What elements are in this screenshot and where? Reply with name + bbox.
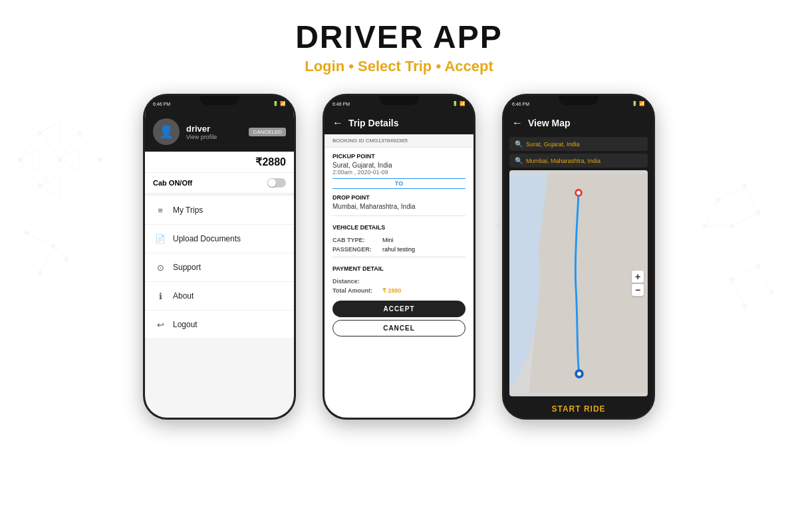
phone3-screen: ← View Map 🔍 Surat, Gujarat, India 🔍 Mum… — [504, 112, 653, 418]
total-key: Total Amount: — [332, 287, 382, 294]
canceled-badge: CANCELED — [249, 128, 286, 136]
passenger-row: PASSENGER: rahul testing — [325, 245, 473, 254]
zoom-controls: + − — [632, 271, 644, 296]
phone-trip-details: 6:46 PM 🔋 📶 ← Trip Details BOOKING ID CM… — [323, 94, 475, 420]
trip-content: BOOKING ID CMG1378492365 PICKUP POINT Su… — [325, 134, 473, 418]
divider-2 — [332, 257, 466, 257]
search-dest-text: Mumbai, Maharashtra, India — [526, 158, 600, 164]
search-bar-dest[interactable]: 🔍 Mumbai, Maharashtra, India — [509, 154, 648, 168]
status-time-1: 6:46 PM — [153, 102, 170, 106]
phone-view-map: 6:46 PM 🔋 📶 ← View Map 🔍 Surat, Gujarat,… — [502, 94, 655, 420]
document-icon: 📄 — [154, 233, 166, 245]
trip-header: ← Trip Details — [325, 112, 473, 134]
menu-label-about: About — [173, 291, 194, 301]
search-icon-dest: 🔍 — [515, 157, 523, 164]
trips-icon: ≡ — [154, 204, 166, 216]
cab-toggle-row: Cab ON/Off — [145, 173, 294, 194]
menu-label-my-trips: My Trips — [173, 205, 203, 215]
driver-info: driver View profile — [186, 124, 217, 140]
phone-notch — [200, 96, 239, 105]
balance-section: ₹2880 — [145, 152, 294, 173]
menu-label-upload-documents: Upload Documents — [173, 234, 241, 243]
vehicle-section: VEHICLE DETAILS — [325, 219, 473, 235]
menu-list: ≡ My Trips 📄 Upload Documents ⊙ Support … — [145, 196, 294, 339]
menu-item-logout[interactable]: ↩ Logout — [145, 311, 294, 339]
zoom-in-button[interactable]: + — [632, 271, 644, 283]
passenger-key: PASSENGER: — [332, 246, 382, 253]
map-svg — [509, 170, 648, 396]
back-button[interactable]: ← — [332, 117, 343, 129]
logout-icon: ↩ — [154, 319, 166, 331]
pickup-time: 2:00am , 2020-01-09 — [332, 169, 466, 176]
phone-notch-2 — [379, 96, 419, 105]
avatar: 👤 — [153, 118, 180, 145]
cab-type-key: CAB TYPE: — [332, 237, 382, 243]
divider-1 — [332, 215, 466, 216]
page-header: DRIVER APP Login • Select Trip • Accept — [0, 0, 798, 87]
phone-notch-3 — [559, 96, 598, 105]
map-area: + − — [509, 170, 648, 396]
drop-location: Mumbai, Maharashtra, India — [332, 203, 466, 210]
pickup-location: Surat, Gujarat, India — [332, 162, 466, 169]
trip-header-title: Trip Details — [348, 118, 398, 128]
drop-section: DROP POINT Mumbai, Maharashtra, India — [325, 189, 473, 213]
start-ride-bar: START RIDE — [504, 396, 653, 418]
distance-row: Distance: — [325, 277, 473, 286]
total-val: ₹ 2880 — [382, 287, 402, 294]
menu-item-upload-documents[interactable]: 📄 Upload Documents — [145, 225, 294, 253]
phone1-screen: 👤 driver View profile CANCELED ₹2880 Cab… — [145, 112, 294, 418]
pickup-label: PICKUP POINT — [332, 153, 466, 160]
start-ride-button[interactable]: START RIDE — [512, 404, 645, 414]
zoom-out-button[interactable]: − — [632, 284, 644, 296]
menu-item-support[interactable]: ⊙ Support — [145, 253, 294, 282]
balance-amount: ₹2880 — [255, 156, 286, 168]
driver-header: 👤 driver View profile CANCELED — [145, 112, 294, 152]
passenger-val: rahul testing — [382, 246, 415, 253]
cab-type-val: Mini — [382, 237, 394, 243]
phone2-screen: ← Trip Details BOOKING ID CMG1378492365 … — [325, 112, 473, 418]
status-icons-1: 🔋 📶 — [273, 101, 286, 106]
search-bar-origin[interactable]: 🔍 Surat, Gujarat, India — [509, 137, 648, 151]
accept-button[interactable]: ACCEPT — [332, 301, 466, 317]
search-icon-origin: 🔍 — [515, 140, 523, 148]
drop-label: DROP POINT — [332, 194, 466, 201]
page-title: DRIVER APP — [0, 19, 798, 55]
menu-item-about[interactable]: ℹ About — [145, 282, 294, 311]
total-row: Total Amount: ₹ 2880 — [325, 286, 473, 295]
about-icon: ℹ — [154, 290, 166, 302]
pickup-section: PICKUP POINT Surat, Gujarat, India 2:00a… — [325, 148, 473, 178]
cab-toggle-switch[interactable] — [267, 178, 286, 188]
phones-container: 6:46 PM 🔋 📶 👤 driver View profile CANCEL… — [0, 87, 798, 426]
menu-item-my-trips[interactable]: ≡ My Trips — [145, 196, 294, 225]
payment-section: PAYMENT DETAIL — [325, 260, 473, 277]
phone-driver-menu: 6:46 PM 🔋 📶 👤 driver View profile CANCEL… — [143, 94, 296, 420]
driver-name: driver — [186, 124, 217, 134]
search-origin-text: Surat, Gujarat, India — [526, 141, 580, 148]
svg-point-58 — [577, 372, 581, 376]
distance-key: Distance: — [332, 278, 382, 285]
cancel-button[interactable]: CANCEL — [332, 320, 466, 336]
cab-type-row: CAB TYPE: Mini — [325, 235, 473, 245]
status-icons-2: 🔋 📶 — [452, 101, 466, 106]
menu-label-support: Support — [173, 263, 201, 272]
support-icon: ⊙ — [154, 261, 166, 273]
view-profile-link[interactable]: View profile — [186, 134, 217, 140]
status-icons-3: 🔋 📶 — [632, 101, 645, 106]
payment-label: PAYMENT DETAIL — [332, 265, 466, 272]
booking-id-row: BOOKING ID CMG1378492365 — [325, 134, 473, 148]
map-header-title: View Map — [528, 118, 571, 128]
svg-point-56 — [577, 191, 581, 195]
status-time-2: 6:46 PM — [332, 102, 350, 106]
map-back-button[interactable]: ← — [512, 117, 523, 129]
menu-label-logout: Logout — [173, 320, 198, 329]
map-header: ← View Map — [504, 112, 653, 134]
status-time-3: 6:46 PM — [512, 102, 529, 106]
page-subtitle: Login • Select Trip • Accept — [0, 58, 798, 75]
cab-toggle-label: Cab ON/Off — [153, 179, 192, 187]
vehicle-label: VEHICLE DETAILS — [332, 224, 466, 231]
to-label: TO — [332, 178, 466, 189]
